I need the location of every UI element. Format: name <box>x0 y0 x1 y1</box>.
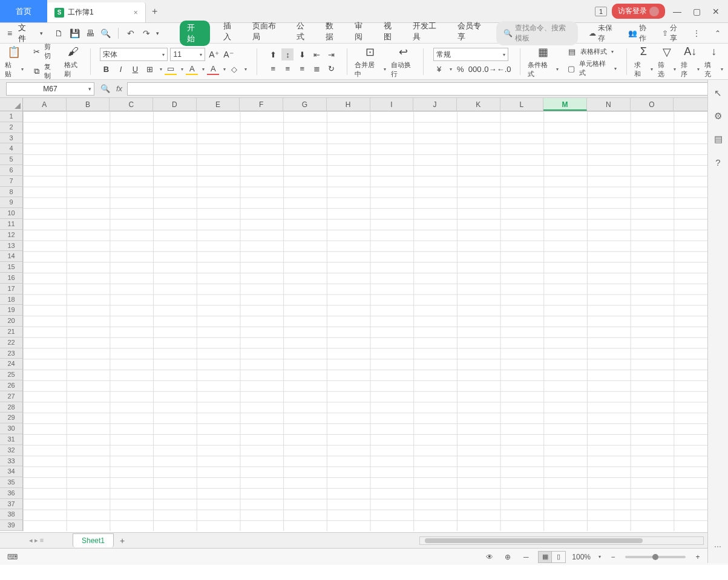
column-header-K[interactable]: K <box>457 98 500 111</box>
more-menu-icon[interactable]: ⋮ <box>693 29 700 37</box>
help-icon[interactable]: ? <box>712 156 724 168</box>
select-all-corner[interactable] <box>0 98 23 111</box>
select-tool-icon[interactable]: ↖ <box>712 87 724 99</box>
row-header-36[interactable]: 36 <box>0 488 22 499</box>
file-menu[interactable]: 文件 <box>18 22 34 44</box>
column-header-O[interactable]: O <box>631 98 674 111</box>
row-header-3[interactable]: 3 <box>0 133 22 144</box>
align-top-icon[interactable]: ⬆ <box>267 48 279 60</box>
fill-button[interactable]: ↓ 填充▾ <box>704 45 723 79</box>
column-header-D[interactable]: D <box>153 98 197 111</box>
copy-button[interactable]: ⧉复制 <box>31 62 57 80</box>
increase-decimal-icon[interactable]: .0→ <box>484 63 496 75</box>
column-header-B[interactable]: B <box>67 98 110 111</box>
page-view-button[interactable]: ▯ <box>552 552 565 562</box>
column-header-M[interactable]: M <box>543 98 587 111</box>
print-icon[interactable]: 🖶 <box>84 27 96 39</box>
row-header-1[interactable]: 1 <box>0 111 22 122</box>
minimize-button[interactable]: — <box>670 7 684 16</box>
tab-review[interactable]: 审阅 <box>355 21 370 46</box>
align-justify-icon[interactable]: ≣ <box>310 62 323 74</box>
guest-login-button[interactable]: 访客登录 <box>612 4 665 19</box>
zoom-out-button[interactable]: − <box>607 553 619 561</box>
collapse-ribbon-icon[interactable]: ⌃ <box>715 29 721 37</box>
sort-button[interactable]: A↓ 排序▾ <box>681 45 700 79</box>
row-header-6[interactable]: 6 <box>0 165 22 176</box>
row-header-38[interactable]: 38 <box>0 509 22 520</box>
collab-button[interactable]: 👥协作 <box>628 23 654 44</box>
row-header-18[interactable]: 18 <box>0 295 22 305</box>
align-left-icon[interactable]: ≡ <box>267 62 279 74</box>
indent-increase-icon[interactable]: ⇥ <box>325 48 337 60</box>
zoom-in-button[interactable]: + <box>692 553 704 561</box>
qa-more-arrow-icon[interactable]: ▾ <box>156 30 159 36</box>
number-format-select[interactable]: 常规▾ <box>433 48 508 61</box>
align-center-icon[interactable]: ≡ <box>281 62 293 74</box>
row-header-23[interactable]: 23 <box>0 348 22 359</box>
add-sheet-button[interactable]: + <box>120 536 125 546</box>
highlight-icon[interactable]: A <box>186 63 198 75</box>
tab-formula[interactable]: 公式 <box>297 21 312 46</box>
new-doc-icon[interactable]: 🗋 <box>53 27 65 39</box>
save-icon[interactable]: 💾 <box>68 27 80 39</box>
document-tab[interactable]: S 工作簿1 × <box>47 2 146 22</box>
search-box[interactable]: 🔍 查找命令、搜索模板 <box>496 21 579 45</box>
row-header-16[interactable]: 16 <box>0 273 22 284</box>
column-header-H[interactable]: H <box>327 98 370 111</box>
print-preview-icon[interactable]: 🔍 <box>100 27 112 39</box>
share-button[interactable]: ⇪分享 <box>662 23 684 44</box>
bold-icon[interactable]: B <box>100 63 112 75</box>
close-window-button[interactable]: ✕ <box>709 7 723 16</box>
column-header-C[interactable]: C <box>110 98 153 111</box>
align-bottom-icon[interactable]: ⬇ <box>296 48 308 60</box>
row-header-35[interactable]: 35 <box>0 477 22 488</box>
name-box-arrow-icon[interactable]: ▾ <box>88 86 91 92</box>
horizontal-scrollbar[interactable] <box>419 536 704 545</box>
font-name-select[interactable]: 宋体▾ <box>100 48 168 61</box>
row-header-34[interactable]: 34 <box>0 466 22 477</box>
row-header-17[interactable]: 17 <box>0 284 22 295</box>
more-panels-icon[interactable]: ⋯ <box>714 543 723 551</box>
border-icon[interactable]: ⊞ <box>143 63 156 75</box>
column-header-L[interactable]: L <box>500 98 544 111</box>
font-size-select[interactable]: 11▾ <box>170 48 205 61</box>
row-header-2[interactable]: 2 <box>0 122 22 133</box>
row-header-20[interactable]: 20 <box>0 316 22 327</box>
increase-font-icon[interactable]: A⁺ <box>208 48 220 60</box>
column-header-E[interactable]: E <box>197 98 240 111</box>
eye-icon[interactable]: 👁 <box>484 553 496 561</box>
zoom-out-formula-icon[interactable]: 🔍 <box>99 83 111 95</box>
window-count-badge[interactable]: 1 <box>595 7 607 16</box>
row-header-19[interactable]: 19 <box>0 305 22 316</box>
tab-view[interactable]: 视图 <box>384 21 399 46</box>
zoom-value[interactable]: 100% <box>572 553 591 561</box>
row-header-26[interactable]: 26 <box>0 380 22 391</box>
paste-button[interactable]: 📋 粘贴▾ <box>5 45 24 79</box>
currency-icon[interactable]: ¥ <box>433 63 445 75</box>
column-header-F[interactable]: F <box>240 98 283 111</box>
tab-insert[interactable]: 插入 <box>223 21 239 46</box>
clear-format-icon[interactable]: ◇ <box>228 63 240 75</box>
row-header-22[interactable]: 22 <box>0 337 22 348</box>
formula-input[interactable] <box>127 82 722 96</box>
cells-area[interactable] <box>23 111 720 531</box>
row-header-31[interactable]: 31 <box>0 434 22 445</box>
cell-style-button[interactable]: ▢单元格样式▾ <box>566 59 617 77</box>
freeze-icon[interactable]: ─ <box>520 553 532 561</box>
normal-view-button[interactable]: ▦ <box>539 552 552 562</box>
decrease-font-icon[interactable]: A⁻ <box>222 48 234 60</box>
column-header-A[interactable]: A <box>23 98 67 111</box>
reading-layout-icon[interactable]: ⊕ <box>502 553 514 561</box>
hamburger-icon[interactable]: ≡ <box>7 28 12 38</box>
row-header-25[interactable]: 25 <box>0 370 22 380</box>
row-header-28[interactable]: 28 <box>0 402 22 413</box>
settings-panel-icon[interactable]: ⚙ <box>712 110 724 122</box>
zoom-slider-thumb[interactable] <box>652 554 658 560</box>
font-color-icon[interactable]: A <box>207 63 219 75</box>
sheet-nav[interactable]: ◂ ▸ ≡ <box>0 536 73 544</box>
row-header-8[interactable]: 8 <box>0 187 22 198</box>
text-orientation-icon[interactable]: ↻ <box>325 62 337 74</box>
row-header-32[interactable]: 32 <box>0 445 22 456</box>
align-middle-icon[interactable]: ↕ <box>281 48 293 60</box>
fx-icon[interactable]: fx <box>116 84 122 93</box>
